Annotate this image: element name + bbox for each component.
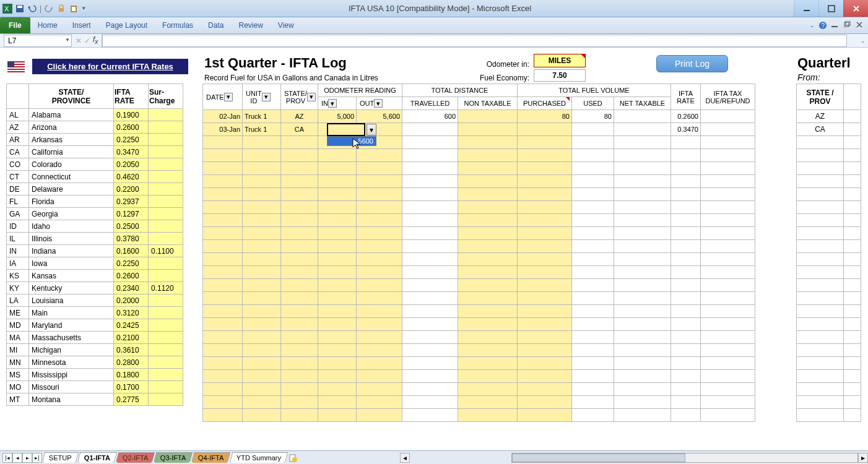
filter-dropdown-icon[interactable]: ▾ [224, 93, 233, 101]
log-row[interactable] [203, 240, 755, 253]
close-button[interactable] [843, 0, 868, 17]
sheet-tab-setup[interactable]: SETUP [42, 452, 79, 463]
undo-icon[interactable] [27, 4, 37, 14]
ifta-rates-link[interactable]: Click here for Current IFTA Rates [32, 59, 188, 74]
log-row[interactable] [203, 383, 755, 396]
fx-icon[interactable]: fx [93, 35, 98, 45]
lock-icon[interactable] [56, 4, 66, 14]
svg-rect-11 [831, 26, 838, 27]
tab-nav-first-icon[interactable]: |◂ [2, 453, 12, 463]
tab-view[interactable]: View [271, 17, 302, 33]
log-row[interactable] [203, 188, 755, 201]
window-minimize-icon[interactable] [831, 21, 840, 30]
sheet-tab-ytd[interactable]: YTD Summary [229, 452, 288, 463]
sheet-tab-q2[interactable]: Q2-IFTA [115, 452, 155, 463]
accept-formula-icon[interactable]: ✓ [84, 37, 90, 45]
log-row[interactable] [203, 331, 755, 344]
file-tab[interactable]: File [0, 17, 30, 33]
save-icon[interactable] [15, 4, 25, 14]
summary-row: AZ [797, 110, 861, 123]
sheet-tab-q1[interactable]: Q1-IFTA [77, 452, 117, 463]
worksheet[interactable]: Click here for Current IFTA Rates 1st Qu… [0, 48, 868, 450]
tab-home[interactable]: Home [30, 17, 65, 33]
new-sheet-icon[interactable] [287, 453, 299, 462]
log-row[interactable] [203, 305, 755, 318]
paste-icon[interactable] [69, 4, 79, 14]
maximize-button[interactable] [818, 0, 843, 17]
log-row[interactable] [203, 318, 755, 331]
scroll-right-icon[interactable]: ▸ [858, 453, 868, 463]
print-log-button[interactable]: Print Log [656, 55, 728, 72]
ifta-log-grid[interactable]: DATE▾ UNIT ID▾ STATE/ PROV▾ ODOMETER REA… [202, 84, 755, 422]
log-row[interactable] [203, 227, 755, 240]
formula-input[interactable] [102, 35, 847, 47]
sheet-tab-q4[interactable]: Q4-IFTA [191, 452, 231, 463]
log-row[interactable] [203, 214, 755, 227]
active-cell[interactable] [327, 123, 365, 136]
filter-dropdown-icon[interactable]: ▾ [328, 99, 337, 108]
log-row[interactable]: 02-Jan Truck 1 AZ 5,000 5,600 600 80 80 … [203, 110, 755, 123]
filter-dropdown-icon[interactable]: ▾ [262, 93, 271, 101]
state-row: COColorado0.2050 [7, 158, 183, 171]
log-row[interactable] [203, 149, 755, 162]
titlebar: X | ▼ IFTA USA 10 [Compatibility Mode] -… [0, 0, 868, 17]
tab-nav-last-icon[interactable]: ▸| [32, 453, 42, 463]
log-row[interactable] [203, 136, 755, 149]
tab-insert[interactable]: Insert [65, 17, 98, 33]
dropdown-option-selected[interactable]: 5600 [328, 137, 376, 145]
tab-nav-prev-icon[interactable]: ◂ [12, 453, 22, 463]
log-row[interactable] [203, 344, 755, 357]
log-row[interactable] [203, 370, 755, 383]
minimize-button[interactable] [794, 0, 818, 17]
window-restore-icon[interactable] [843, 21, 852, 30]
scrollbar-thumb[interactable] [512, 453, 685, 462]
page-subtitle: Record Fuel for USA in Gallons and Canad… [204, 74, 378, 82]
tab-review[interactable]: Review [231, 17, 270, 33]
expand-formula-bar-icon[interactable]: ⌄ [858, 38, 868, 44]
redo-icon[interactable] [44, 4, 54, 14]
log-row[interactable] [203, 357, 755, 370]
sheet-tab-q3[interactable]: Q3-IFTA [154, 452, 193, 463]
log-row[interactable] [203, 201, 755, 214]
svg-rect-12 [844, 22, 849, 27]
scroll-left-icon[interactable]: ◂ [400, 453, 410, 463]
state-row: IDIdaho0.2500 [7, 220, 183, 233]
log-row[interactable] [203, 279, 755, 292]
usa-flag-icon [7, 61, 25, 72]
svg-rect-6 [72, 7, 76, 11]
log-row[interactable] [203, 396, 755, 409]
log-row[interactable] [203, 253, 755, 266]
name-box[interactable]: L7 ▼ [4, 35, 72, 47]
window-close-icon[interactable] [856, 21, 864, 30]
log-row[interactable] [203, 292, 755, 305]
log-row[interactable]: 03-Jan Truck 1 CA 0.3470 [203, 123, 755, 136]
cell-dropdown-button[interactable]: ▾ [367, 124, 376, 135]
svg-rect-18 [7, 69, 25, 70]
cell-dropdown-list[interactable]: 5600 [327, 136, 376, 146]
log-row[interactable] [203, 409, 755, 422]
filter-dropdown-icon[interactable]: ▾ [374, 99, 383, 108]
qat-dropdown-icon[interactable]: ▼ [81, 6, 86, 11]
tab-page-layout[interactable]: Page Layout [98, 17, 155, 33]
states-rates-table: STATE/ PROVINCE IFTA RATE Sur- Charge AL… [6, 84, 183, 406]
state-row: FLFlorida0.2937 [7, 195, 183, 208]
tab-formulas[interactable]: Formulas [155, 17, 201, 33]
help-icon[interactable]: ? [818, 21, 827, 30]
odometer-unit-cell[interactable]: MILES [534, 54, 586, 67]
states-col-rate: IFTA RATE [114, 84, 149, 109]
fuel-economy-cell[interactable]: 7.50 [534, 69, 586, 82]
log-row[interactable] [203, 266, 755, 279]
svg-rect-19 [7, 71, 25, 72]
filter-dropdown-icon[interactable]: ▾ [307, 93, 316, 101]
horizontal-scrollbar[interactable] [511, 453, 858, 463]
state-row: KSKansas0.2600 [7, 270, 183, 282]
tab-data[interactable]: Data [201, 17, 231, 33]
ribbon-minimize-icon[interactable]: ⌄ [810, 22, 815, 28]
name-box-dropdown-icon[interactable]: ▼ [65, 37, 70, 43]
tab-nav-next-icon[interactable]: ▸ [22, 453, 32, 463]
states-col-name: STATE/ PROVINCE [29, 84, 114, 109]
log-row[interactable] [203, 175, 755, 188]
cancel-formula-icon[interactable]: ✕ [76, 37, 82, 45]
log-row[interactable] [203, 162, 755, 175]
state-row: INIndiana0.16000.1100 [7, 245, 183, 257]
